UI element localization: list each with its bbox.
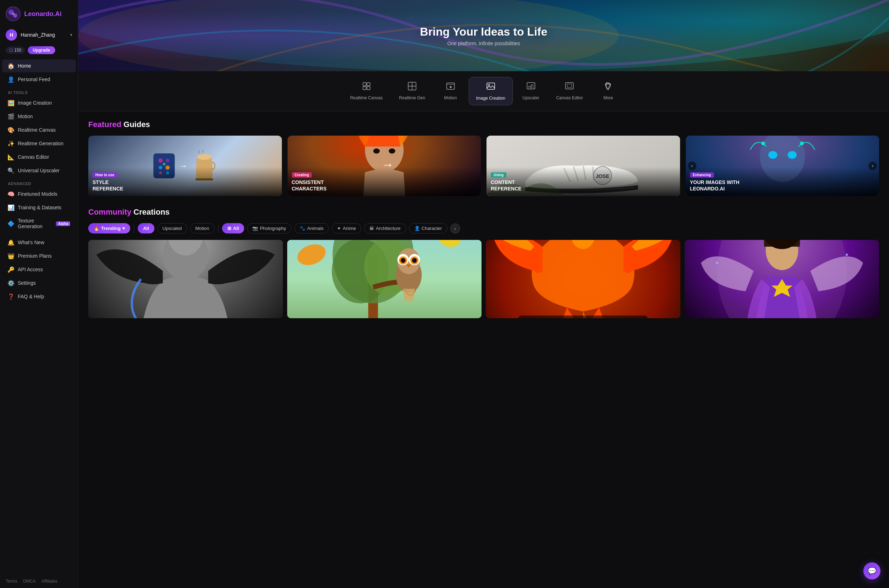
community-rest: Creations	[131, 207, 170, 216]
terms-link[interactable]: Terms	[6, 579, 18, 584]
tool-realtime-canvas[interactable]: Realtime Canvas	[343, 77, 390, 105]
svg-point-3	[12, 12, 15, 15]
architecture-icon: 🏛	[369, 226, 374, 231]
upscaler-tool-icon	[526, 81, 536, 93]
sidebar-item-canvas-editor[interactable]: 📐 Canvas Editor	[2, 150, 76, 164]
guide-tag-content-reference: Using	[491, 172, 507, 178]
community-images-grid: PHOENIX SPIKERS	[88, 240, 879, 318]
guide-card-consistent-characters[interactable]: → Creating CONSISTENT CHARACTERS	[288, 136, 481, 196]
dmca-link[interactable]: DMCA	[23, 579, 36, 584]
image-icon: 🖼️	[8, 100, 14, 106]
avatar: H	[6, 29, 17, 40]
filter-animals[interactable]: 🐾 Animals	[294, 223, 329, 234]
community-image-angel[interactable]	[685, 240, 879, 318]
sidebar-item-personal-feed[interactable]: 👤 Personal Feed	[2, 73, 76, 86]
filter-scroll-right[interactable]: ›	[450, 224, 460, 234]
chevron-down-icon: ▾	[70, 32, 72, 38]
filter-row: 🔥 Trending ▾ All Upscaled Motion ⊞ All	[88, 223, 879, 234]
tool-image-creation[interactable]: Image Creation	[469, 77, 513, 105]
chat-button[interactable]: 💬	[864, 562, 880, 579]
svg-point-84	[716, 262, 718, 264]
filter-architecture[interactable]: 🏛 Architecture	[364, 223, 406, 234]
hero-title: Bring Your Ideas to Life	[420, 25, 547, 39]
sidebar-item-finetuned-models[interactable]: 🧠 Finetuned Models	[2, 188, 76, 200]
community-image-owl[interactable]	[287, 240, 482, 318]
sidebar-item-realtime-canvas[interactable]: 🎨 Realtime Canvas	[2, 123, 76, 136]
filter-all1[interactable]: All	[138, 223, 154, 234]
svg-point-67	[400, 258, 405, 263]
filter-separator-2	[218, 224, 219, 233]
filter-upscaled[interactable]: Upscaled	[157, 223, 187, 234]
filter-motion[interactable]: Motion	[190, 223, 214, 234]
user-row[interactable]: H Hannah_Zhang ▾	[0, 26, 78, 45]
sidebar-item-training-datasets[interactable]: 📊 Training & Datasets	[2, 201, 76, 214]
logo-avatar	[6, 6, 21, 21]
filter-trending[interactable]: 🔥 Trending ▾	[88, 223, 130, 234]
sidebar-item-premium-plans[interactable]: 👑 Premium Plans	[2, 249, 76, 262]
grid-icon: ⊞	[228, 226, 231, 231]
guide-card-style-reference[interactable]: →	[88, 136, 282, 196]
upgrade-button[interactable]: Upgrade	[28, 46, 55, 54]
svg-rect-18	[527, 82, 535, 89]
svg-point-37	[388, 148, 395, 153]
sidebar-item-motion[interactable]: 🎬 Motion	[2, 110, 76, 123]
guide-card-enhancing[interactable]: ‹ › Enhancing YOUR IMAGES WITH LEONARDO.…	[686, 136, 879, 196]
svg-point-32	[197, 154, 211, 160]
sidebar-item-settings[interactable]: ⚙️ Settings	[2, 276, 76, 290]
svg-point-68	[412, 258, 417, 263]
guide-card-content-reference[interactable]: JOSE Using CONTENT REFERENCE	[487, 136, 680, 196]
community-highlight: Community	[88, 207, 131, 216]
affiliates-link[interactable]: Affiliates	[41, 579, 57, 584]
tool-more[interactable]: More	[592, 77, 624, 105]
trending-dropdown-icon: ▾	[123, 226, 125, 231]
advanced-section-label: Advanced	[0, 177, 78, 187]
filter-anime[interactable]: ✦ Anime	[332, 223, 361, 234]
canvas-icon: 🎨	[8, 127, 14, 133]
sidebar-item-whats-new[interactable]: 🔔 What's New	[2, 236, 76, 249]
svg-point-51	[768, 151, 777, 159]
sidebar-item-realtime-generation[interactable]: ✨ Realtime Generation	[2, 137, 76, 150]
editor-icon: 📐	[8, 154, 14, 160]
filter-all2[interactable]: ⊞ All	[222, 223, 244, 234]
sidebar-item-home[interactable]: 🏠 Home	[2, 60, 76, 72]
bell-icon: 🔔	[8, 239, 14, 246]
community-image-phoenix[interactable]: PHOENIX SPIKERS	[486, 240, 681, 318]
filter-character[interactable]: 👤 Character	[409, 223, 447, 234]
sidebar-item-faq-help[interactable]: ❓ FAQ & Help	[2, 290, 76, 303]
tool-canvas-editor[interactable]: Canvas Editor	[549, 77, 590, 105]
sidebar-item-image-creation[interactable]: 🖼️ Image Creation	[2, 96, 76, 109]
motion-tool-icon	[445, 81, 456, 93]
guide-overlay-content-reference: Using CONTENT REFERENCE	[487, 167, 680, 196]
sidebar-item-texture-generation[interactable]: 🔷 Texture Generation Alpha	[2, 214, 76, 232]
hero-subtitle: One platform, infinite possibilities	[447, 40, 520, 46]
tool-realtime-gen[interactable]: Realtime Gen	[392, 77, 432, 105]
credits-count: 150	[14, 48, 21, 52]
tool-upscaler[interactable]: Upscaler	[515, 77, 547, 105]
logo-text: Leonardo.Ai	[24, 10, 61, 18]
filter-photography[interactable]: 📷 Photography	[247, 223, 291, 234]
guides-grid: →	[88, 136, 879, 196]
anime-icon: ✦	[337, 226, 341, 231]
svg-point-29	[163, 163, 165, 165]
svg-rect-6	[363, 82, 366, 86]
sidebar-item-universal-upscaler[interactable]: 🔍 Universal Upscaler	[2, 164, 76, 177]
tools-row: Realtime Canvas Realtime Gen Motion	[78, 71, 889, 111]
sidebar-item-api-access[interactable]: 🔑 API Access	[2, 263, 76, 276]
featured-guides-section: Featured Guides	[88, 120, 879, 196]
community-section: Community Creations 🔥 Trending ▾ All Ups…	[88, 207, 879, 318]
credits-badge: ⬡ 150	[6, 46, 25, 54]
home-icon: 🏠	[8, 63, 14, 69]
guide-tag-enhancing: Enhancing	[690, 172, 714, 178]
svg-rect-19	[565, 82, 573, 89]
guide-title-consistent-characters: CONSISTENT CHARACTERS	[292, 179, 477, 192]
tool-motion[interactable]: Motion	[435, 77, 466, 105]
sparkle-icon: ✨	[8, 140, 14, 147]
featured-rest: Guides	[121, 120, 150, 129]
trending-icon: 🔥	[94, 226, 99, 231]
upscaler-icon: 🔍	[8, 167, 14, 174]
svg-point-17	[488, 84, 490, 86]
community-image-warrior[interactable]	[88, 240, 283, 318]
image-creation-icon	[486, 81, 496, 94]
svg-point-83	[846, 254, 848, 256]
svg-point-26	[166, 159, 169, 162]
